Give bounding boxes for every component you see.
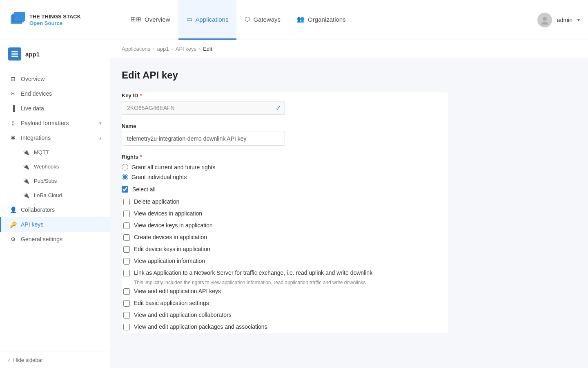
sidebar-app-header: app1 [0, 40, 110, 68]
org-icon: 👥 [297, 16, 305, 23]
app-icon: ▭ [187, 16, 192, 23]
sidebar-item-pubsubs[interactable]: 🔌 Pub/Subs [8, 174, 110, 188]
nav-overview[interactable]: ⊞ Overview [122, 0, 178, 40]
brand-subtitle: Open Source [29, 20, 81, 26]
nav-gateways[interactable]: ⬡ Gateways [236, 0, 289, 40]
user-dropdown-icon[interactable]: ▾ [577, 17, 580, 23]
payload-icon: ⟨⟩ [9, 121, 17, 126]
top-navigation: THE THINGS STACK Open Source ⊞ Overview … [0, 0, 588, 40]
sidebar-app-name: app1 [25, 51, 40, 58]
nav-applications-label: Applications [196, 16, 229, 23]
collaborators-icon: 👤 [9, 206, 17, 213]
hide-icon: ‹ [8, 357, 10, 363]
checkbox-edit-basic-settings: Edit basic application settings [123, 297, 448, 309]
sidebar-item-overview-label: Overview [21, 76, 45, 82]
logo-icon [8, 9, 29, 31]
checkbox-view-devices-input[interactable] [123, 211, 130, 217]
nav-overview-label: Overview [145, 16, 170, 23]
logo: THE THINGS STACK Open Source [8, 9, 110, 31]
sidebar-item-payload-label: Payload formatters [21, 120, 69, 126]
breadcrumb-api-keys[interactable]: API keys [176, 46, 196, 52]
checkbox-edit-device-keys-input[interactable] [123, 246, 130, 253]
breadcrumb-applications[interactable]: Applications [122, 46, 150, 52]
avatar [537, 13, 552, 27]
checkbox-view-edit-api-keys-input[interactable] [123, 288, 130, 295]
select-all-checkbox[interactable] [122, 186, 128, 193]
key-id-required: * [140, 92, 142, 99]
sidebar-item-webhooks[interactable]: 🔌 Webhooks [8, 159, 110, 174]
svg-rect-6 [11, 51, 18, 52]
nav-applications[interactable]: ▭ Applications [178, 0, 237, 40]
rights-label: Rights * [122, 154, 448, 160]
checkbox-view-edit-api-keys: View and edit application API keys [123, 285, 448, 297]
svg-point-5 [541, 22, 548, 25]
sidebar-item-mqtt[interactable]: 🔌 MQTT [8, 145, 110, 159]
sidebar-item-lora-cloud[interactable]: 🔌 LoRa Cloud [8, 188, 110, 202]
sidebar-item-payload-formatters[interactable]: ⟨⟩ Payload formatters ▾ [0, 116, 110, 130]
radio-individual-rights-label: Grant individual rights [131, 174, 187, 180]
key-id-input[interactable] [122, 101, 285, 115]
checkbox-create-devices-label: Create devices in application [134, 234, 207, 240]
hide-sidebar-label: Hide sidebar [13, 357, 43, 363]
sidebar-item-end-devices-label: End devices [21, 90, 52, 97]
checkbox-view-app-info-input[interactable] [123, 258, 130, 265]
radio-all-rights-label: Grant all current and future rights [131, 164, 215, 171]
radio-individual-rights[interactable]: Grant individual rights [122, 174, 448, 180]
checkbox-view-devices: View devices in application [123, 208, 448, 220]
sidebar-item-live-data[interactable]: ▐ Live data [0, 101, 110, 116]
breadcrumb-sep-1: › [153, 46, 154, 52]
sidebar-item-end-devices[interactable]: ✂ End devices [0, 86, 110, 101]
sidebar-item-collaborators[interactable]: 👤 Collaborators [0, 202, 110, 217]
checkbox-view-device-keys-input[interactable] [123, 222, 130, 229]
sidebar-item-api-keys-label: API keys [21, 221, 43, 228]
sidebar-item-overview[interactable]: ⊟ Overview [0, 72, 110, 86]
sidebar-item-lora-label: LoRa Cloud [34, 192, 62, 198]
checkbox-link-network-server: Link as Application to a Network Server … [123, 267, 448, 279]
checkbox-view-app-info: View application information [123, 255, 448, 267]
radio-individual-rights-input[interactable] [122, 174, 128, 180]
checkbox-edit-basic-settings-input[interactable] [123, 300, 130, 307]
nav-organizations-label: Organizations [308, 16, 346, 23]
sidebar-item-integrations[interactable]: ✱ Integrations ▴ [0, 130, 110, 145]
breadcrumb-sep-3: › [199, 46, 200, 52]
breadcrumb-sep-2: › [171, 46, 173, 52]
checkbox-link-network-server-group: Link as Application to a Network Server … [123, 267, 448, 285]
sidebar-item-general-settings-label: General settings [21, 236, 62, 242]
checkbox-view-edit-collaborators-input[interactable] [123, 312, 130, 319]
checkbox-view-edit-api-keys-label: View and edit application API keys [134, 288, 221, 294]
radio-all-rights[interactable]: Grant all current and future rights [122, 164, 448, 171]
apikeys-icon: 🔑 [9, 221, 17, 228]
avatar-icon [540, 16, 549, 25]
hide-sidebar-button[interactable]: ‹ Hide sidebar [0, 352, 110, 368]
rights-radio-group: Grant all current and future rights Gran… [122, 164, 448, 180]
username-label: admin [557, 17, 572, 23]
nav-organizations[interactable]: 👥 Organizations [289, 0, 354, 40]
checkbox-create-devices: Create devices in application [123, 231, 448, 243]
breadcrumb-app1[interactable]: app1 [157, 46, 169, 52]
main-content: Applications › app1 › API keys › Edit Ed… [110, 40, 588, 368]
sidebar-item-general-settings[interactable]: ⚙ General settings [0, 232, 110, 247]
svg-point-4 [543, 17, 547, 21]
checkbox-create-devices-input[interactable] [123, 234, 130, 241]
mqtt-icon: 🔌 [22, 149, 30, 155]
gateway-icon: ⬡ [245, 16, 250, 23]
sidebar-item-live-data-label: Live data [21, 105, 44, 112]
devices-icon: ✂ [9, 90, 17, 97]
livedata-icon: ▐ [9, 105, 17, 112]
sidebar-item-api-keys[interactable]: 🔑 API keys [0, 217, 110, 232]
sidebar-item-webhooks-label: Webhooks [34, 164, 59, 170]
checkbox-view-edit-packages-input[interactable] [123, 324, 130, 330]
user-area: admin ▾ [537, 13, 580, 27]
rights-checkboxes: Delete application View devices in appli… [122, 196, 448, 333]
checkbox-view-edit-collaborators-label: View and edit application collaborators [134, 312, 232, 318]
checkbox-delete-app-label: Delete application [134, 198, 179, 205]
svg-rect-3 [14, 12, 25, 21]
overview-icon: ⊟ [9, 76, 17, 82]
name-input[interactable] [122, 132, 285, 146]
select-all-row: Select all [122, 186, 448, 193]
name-label: Name [122, 123, 448, 129]
radio-all-rights-input[interactable] [122, 164, 128, 171]
checkbox-link-network-server-input[interactable] [123, 270, 130, 276]
checkbox-delete-app-input[interactable] [123, 199, 130, 205]
svg-rect-8 [11, 56, 18, 57]
